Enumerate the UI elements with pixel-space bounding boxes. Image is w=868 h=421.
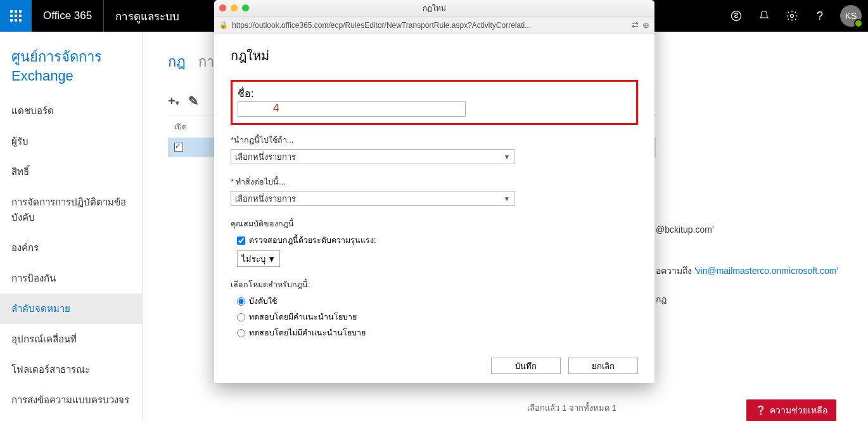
rule-enabled-checkbox[interactable] — [174, 143, 183, 152]
waffle-icon — [10, 10, 22, 22]
rule-name-input[interactable] — [238, 101, 466, 117]
chevron-down-icon: ▼ — [267, 254, 276, 264]
brand-label[interactable]: Office 365 — [32, 0, 104, 32]
tab-other[interactable]: กา — [198, 51, 214, 73]
detail-line2-prefix: อความถึง ' — [656, 266, 696, 276]
do-following-label: * ทำสิ่งต่อไปนี้... — [231, 176, 638, 188]
apply-if-select[interactable]: เลือกหนึ่งรายการ ▼ — [231, 149, 514, 164]
detail-email-link[interactable]: vin@mailmasterco.onmicrosoft.com — [696, 266, 837, 276]
highlight-annotation-box: ชื่อ: 4 — [231, 80, 638, 125]
app-launcher-button[interactable] — [0, 0, 32, 32]
dialog-url-bar: 🔒 https://outlook.office365.com/ecp/Rule… — [214, 16, 654, 34]
sidebar-item-mobile[interactable]: อุปกรณ์เคลื่อนที่ — [0, 324, 142, 354]
help-icon[interactable]: ? — [806, 0, 834, 32]
window-maximize-icon[interactable] — [242, 4, 249, 11]
mode-test-notips-label: ทดสอบโดยไม่มีคำแนะนำนโยบาย — [249, 327, 366, 339]
help-floating-button[interactable]: ❔ ความช่วยเหลือ — [746, 399, 836, 421]
svg-point-0 — [732, 11, 741, 21]
audit-checkbox-label: ตรวจสอบกฎนี้ด้วยระดับความรุนแรง: — [249, 234, 376, 247]
lock-icon: 🔒 — [219, 21, 228, 29]
help-question-icon: ❔ — [755, 405, 766, 415]
dialog-footer: บันทึก ยกเลิก — [214, 349, 654, 383]
system-label[interactable]: การดูแลระบบ — [104, 8, 191, 25]
help-button-label: ความช่วยเหลือ — [770, 403, 827, 417]
apply-if-value: เลือกหนึ่งรายการ — [235, 150, 296, 164]
dialog-url-text: https://outlook.office365.com/ecp/RulesE… — [232, 21, 628, 30]
new-rule-dialog: กฎใหม่ 🔒 https://outlook.office365.com/e… — [214, 0, 654, 383]
audit-level-value: ไม่ระบุ — [241, 252, 265, 266]
sidebar-item-organization[interactable]: องค์กร — [0, 233, 142, 263]
mode-section-label: เลือกโหมดสำหรับกฎนี้: — [231, 278, 638, 291]
dialog-window-title: กฎใหม่ — [214, 2, 654, 14]
apply-if-label: *นำกฎนี้ไปใช้ถ้า... — [231, 134, 638, 146]
skype-icon[interactable] — [722, 0, 750, 32]
list-header-on[interactable]: เปิด — [174, 120, 212, 133]
do-following-select[interactable]: เลือกหนึ่งรายการ ▼ — [231, 191, 514, 206]
tab-rules[interactable]: กฎ — [168, 51, 186, 73]
sidebar-item-protection[interactable]: การป้องกัน — [0, 263, 142, 294]
properties-section-label: คุณสมบัติของกฎนี้ — [231, 217, 638, 230]
user-avatar[interactable]: KS — [840, 5, 862, 27]
detail-label-gk: กฎ — [656, 292, 838, 308]
svg-point-1 — [791, 15, 794, 18]
rule-detail-panel: @bckitup.com' อความถึง 'vin@mailmasterco… — [656, 222, 838, 308]
admin-center-title: ศูนย์การจัดการ Exchange — [0, 42, 142, 96]
sidebar-item-dashboard[interactable]: แดชบอร์ด — [0, 96, 142, 126]
sidebar-item-unified-messaging[interactable]: การส่งข้อความแบบครบวงจร — [0, 385, 142, 415]
audit-severity-checkbox[interactable] — [237, 236, 245, 245]
mode-test-tips-label: ทดสอบโดยมีคำแนะนำนโยบาย — [249, 311, 357, 323]
mode-test-tips-radio[interactable] — [237, 313, 245, 321]
dialog-titlebar: กฎใหม่ — [214, 0, 654, 16]
mode-enforce-label: บังคับใช้ — [249, 295, 277, 308]
zoom-icon[interactable]: ⊕ — [642, 20, 649, 30]
sidebar-item-mailflow[interactable]: ลำดับจดหมาย — [0, 294, 142, 324]
detail-email1: @bckitup.com' — [656, 224, 714, 235]
audit-level-select[interactable]: ไม่ระบุ ▼ — [237, 250, 280, 267]
sidebar-item-public-folders[interactable]: โฟลเดอร์สาธารณะ — [0, 354, 142, 385]
sidebar-item-hybrid[interactable]: ไฮบริด — [0, 415, 142, 421]
sidebar: ศูนย์การจัดการ Exchange แดชบอร์ด ผู้รับ … — [0, 32, 143, 421]
sidebar-item-recipients[interactable]: ผู้รับ — [0, 126, 142, 157]
chevron-down-icon: ▼ — [504, 195, 510, 202]
chevron-down-icon: ▼ — [504, 153, 510, 160]
edit-button[interactable]: ✎ — [188, 93, 199, 108]
settings-icon[interactable] — [778, 0, 806, 32]
window-close-icon[interactable] — [219, 4, 226, 11]
dialog-body[interactable]: กฎใหม่ ชื่อ: 4 *นำกฎนี้ไปใช้ถ้า... เลือก… — [214, 34, 654, 349]
translate-icon[interactable]: ⇄ — [632, 20, 639, 30]
save-button[interactable]: บันทึก — [491, 358, 561, 374]
avatar-initials: KS — [845, 11, 857, 21]
mode-test-notips-radio[interactable] — [237, 329, 245, 337]
dialog-heading: กฎใหม่ — [231, 46, 638, 66]
name-field-label: ชื่อ: — [238, 88, 253, 99]
do-following-value: เลือกหนึ่งรายการ — [235, 192, 296, 205]
sidebar-item-permissions[interactable]: สิทธิ์ — [0, 157, 142, 187]
window-minimize-icon[interactable] — [231, 4, 238, 11]
sidebar-item-compliance[interactable]: การจัดการการปฏิบัติตามข้อบังคับ — [0, 187, 142, 233]
cancel-button[interactable]: ยกเลิก — [568, 358, 638, 374]
mode-enforce-radio[interactable] — [237, 297, 245, 306]
add-button[interactable]: +▾ — [168, 94, 179, 108]
notifications-icon[interactable] — [750, 0, 778, 32]
